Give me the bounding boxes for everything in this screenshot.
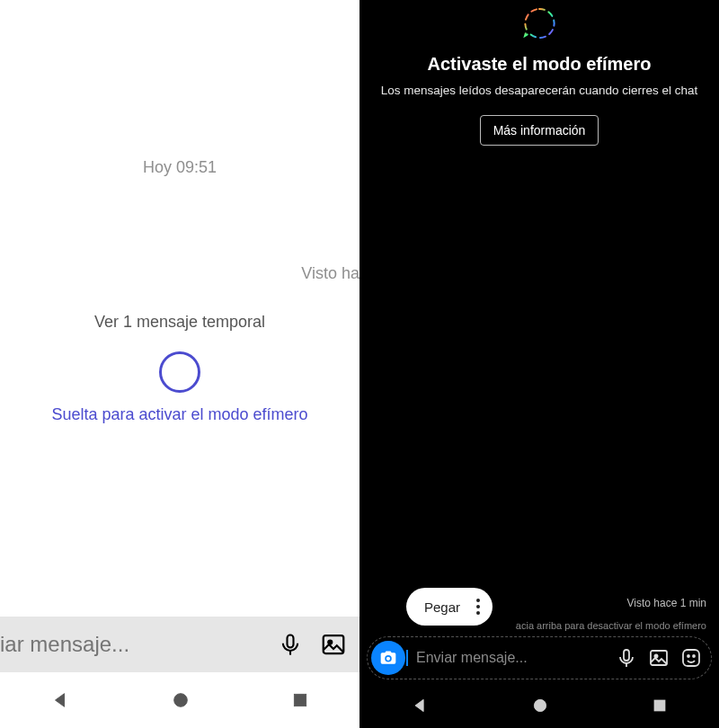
seen-status: Visto ha <box>301 264 360 283</box>
ephemeral-subtitle: Los mensajes leídos desaparecerán cuando… <box>360 84 719 97</box>
android-nav-bar <box>360 683 719 728</box>
right-panel-ephemeral-mode: Activaste el modo efímero Los mensajes l… <box>360 0 719 728</box>
svg-rect-6 <box>624 650 629 661</box>
swipe-hint-label: acia arriba para desactivar el modo efím… <box>516 620 706 631</box>
release-hint-label: Suelta para activar el modo efímero <box>0 405 360 424</box>
chat-timestamp: Hoy 09:51 <box>0 158 360 177</box>
more-info-button[interactable]: Más información <box>480 115 599 146</box>
svg-rect-14 <box>654 700 665 711</box>
chat-scroll-area-dark[interactable]: Visto hace 1 min acia arriba para desact… <box>360 146 719 636</box>
mic-icon[interactable] <box>616 647 637 669</box>
svg-point-13 <box>534 699 546 711</box>
ephemeral-title: Activaste el modo efímero <box>360 54 719 75</box>
svg-rect-8 <box>651 651 667 665</box>
nav-back-icon[interactable] <box>411 697 429 715</box>
message-input[interactable]: Enviar mensaje... <box>416 650 605 666</box>
loading-ring-icon <box>159 351 200 393</box>
svg-rect-2 <box>324 635 344 653</box>
ephemeral-header: Activaste el modo efímero Los mensajes l… <box>360 0 719 146</box>
message-input-bar-dark: Enviar mensaje... <box>367 636 712 679</box>
svg-point-11 <box>688 655 689 657</box>
android-nav-bar <box>0 672 360 728</box>
sticker-icon[interactable] <box>680 647 702 669</box>
gallery-icon[interactable] <box>320 631 347 658</box>
camera-icon <box>379 649 397 667</box>
seen-status: Visto hace 1 min <box>627 597 707 609</box>
paste-context-menu: Pegar <box>406 588 493 626</box>
left-panel-light-chat: Hoy 09:51 Visto ha Ver 1 mensaje tempora… <box>0 0 360 728</box>
svg-point-4 <box>174 694 188 707</box>
svg-rect-5 <box>294 694 306 706</box>
nav-home-icon[interactable] <box>171 690 191 710</box>
svg-rect-0 <box>288 635 294 648</box>
chat-scroll-area[interactable]: Hoy 09:51 Visto ha Ver 1 mensaje tempora… <box>0 0 360 617</box>
text-cursor <box>406 650 408 666</box>
message-input-bar: iar mensaje... <box>0 617 360 672</box>
svg-point-12 <box>693 655 695 657</box>
nav-recent-icon[interactable] <box>652 697 668 714</box>
gallery-icon[interactable] <box>648 647 670 669</box>
paste-button[interactable]: Pegar <box>424 599 460 615</box>
nav-back-icon[interactable] <box>50 690 70 710</box>
temporal-message-label: Ver 1 mensaje temporal <box>0 313 360 332</box>
nav-home-icon[interactable] <box>531 697 549 715</box>
camera-button[interactable] <box>371 641 405 675</box>
nav-recent-icon[interactable] <box>291 691 309 709</box>
svg-rect-10 <box>683 650 699 666</box>
ephemeral-activation-block[interactable]: Ver 1 mensaje temporal Suelta para activ… <box>0 313 360 424</box>
mic-icon[interactable] <box>277 631 304 658</box>
message-input[interactable]: iar mensaje... <box>0 632 261 657</box>
more-vertical-icon[interactable] <box>476 599 480 615</box>
chat-bubble-rainbow-icon <box>521 5 557 41</box>
